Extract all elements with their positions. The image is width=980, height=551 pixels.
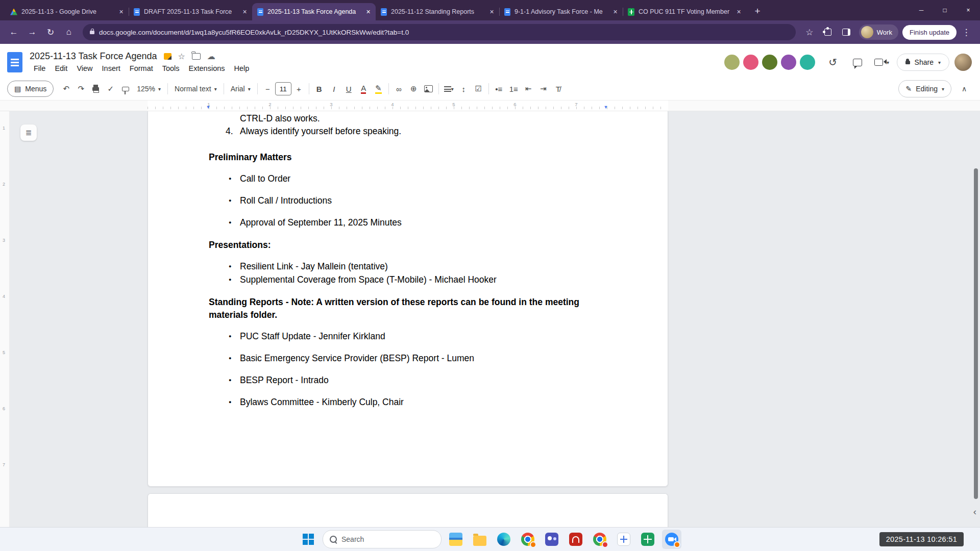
show-outline-button[interactable]: ≣ xyxy=(20,124,37,141)
italic-button[interactable]: I xyxy=(327,81,341,96)
menu-view[interactable]: View xyxy=(72,63,96,73)
video-dropdown-icon[interactable]: ▾ xyxy=(887,60,889,65)
tab-advisory-task-force[interactable]: 9-1-1 Advisory Task Force - Me × xyxy=(499,3,623,20)
undo-button[interactable]: ↶ xyxy=(59,81,74,96)
collaborator-avatar[interactable] xyxy=(800,55,815,70)
font-select[interactable]: Arial ▾ xyxy=(227,81,255,96)
calculator-button[interactable] xyxy=(614,530,633,549)
tab-close-icon[interactable]: × xyxy=(240,8,249,16)
comments-icon[interactable] xyxy=(848,53,867,72)
star-document-icon[interactable]: ☆ xyxy=(178,53,185,61)
menu-insert[interactable]: Insert xyxy=(98,63,125,73)
edge-button[interactable] xyxy=(494,530,513,549)
tab-google-drive[interactable]: 2025-11-13 - Google Drive × xyxy=(5,3,129,20)
extensions-icon[interactable] xyxy=(819,23,837,41)
chrome-button[interactable] xyxy=(518,530,537,549)
print-button[interactable] xyxy=(88,81,103,96)
browser-profile-chip[interactable]: Work xyxy=(859,24,898,40)
menu-extensions[interactable]: Extensions xyxy=(185,63,229,73)
spellcheck-button[interactable]: ✓ xyxy=(103,81,118,96)
start-button[interactable] xyxy=(299,530,318,549)
share-dropdown-icon[interactable]: ▾ xyxy=(938,60,941,65)
font-size-decrease-button[interactable]: − xyxy=(260,81,275,96)
forward-button[interactable]: → xyxy=(23,23,41,41)
bookmark-star-icon[interactable]: ☆ xyxy=(801,23,818,41)
vertical-scrollbar[interactable] xyxy=(974,168,978,499)
new-tab-button[interactable]: + xyxy=(750,4,765,18)
collaborator-avatar[interactable] xyxy=(762,55,777,70)
move-folder-icon[interactable] xyxy=(192,53,201,60)
collaborator-avatar[interactable] xyxy=(781,55,796,70)
reload-button[interactable]: ↻ xyxy=(42,23,59,41)
styles-select[interactable]: Normal text ▾ xyxy=(170,81,221,96)
tab-close-icon[interactable]: × xyxy=(364,8,373,16)
zoom-button[interactable] xyxy=(662,530,681,549)
address-bar[interactable]: docs.google.com/document/d/1wq1a8ycu5fR6… xyxy=(83,24,796,40)
editing-mode-select[interactable]: ✎ Editing ▾ xyxy=(898,80,951,97)
collaborator-avatar[interactable] xyxy=(743,55,758,70)
tab-task-force-agenda-active[interactable]: 2025-11-13 Task Force Agenda × xyxy=(252,3,376,20)
folder-button[interactable] xyxy=(470,530,489,549)
zoom-select[interactable]: 125% ▾ xyxy=(133,81,165,96)
close-button[interactable]: × xyxy=(957,0,980,20)
browser-profile-button[interactable] xyxy=(590,530,609,549)
left-indent-marker[interactable]: ▼ xyxy=(206,105,211,110)
decrease-indent-button[interactable]: ⇤ xyxy=(521,81,536,96)
acrobat-button[interactable] xyxy=(566,530,585,549)
side-panel-icon[interactable] xyxy=(838,23,855,41)
menu-format[interactable]: Format xyxy=(126,63,157,73)
paint-format-button[interactable] xyxy=(118,81,133,96)
taskbar-search-box[interactable]: Search xyxy=(323,530,442,548)
label-badge-icon[interactable] xyxy=(164,53,172,60)
site-info-lock-icon[interactable] xyxy=(90,31,94,34)
tab-draft-agenda[interactable]: DRAFT 2025-11-13 Task Force × xyxy=(129,3,252,20)
menu-tools[interactable]: Tools xyxy=(158,63,184,73)
share-button[interactable]: Share ▾ xyxy=(897,54,949,71)
tab-close-icon[interactable]: × xyxy=(117,8,126,16)
font-size-increase-button[interactable]: + xyxy=(291,81,306,96)
highlight-button[interactable]: ✎ xyxy=(371,81,386,96)
account-avatar[interactable] xyxy=(954,54,972,71)
version-history-icon[interactable]: ↺ xyxy=(823,53,843,72)
insert-link-button[interactable]: ∞ xyxy=(391,81,406,96)
docs-app-icon[interactable] xyxy=(7,52,22,72)
bulleted-list-button[interactable]: •≡ xyxy=(492,81,506,96)
tab-voting-members-sheet[interactable]: CO PUC 911 TF Voting Member × xyxy=(623,3,746,20)
collaborator-avatar[interactable] xyxy=(724,55,740,70)
finish-update-button[interactable]: Finish update xyxy=(902,25,957,40)
underline-button[interactable]: U xyxy=(341,81,356,96)
redo-button[interactable]: ↷ xyxy=(74,81,88,96)
increase-indent-button[interactable]: ⇥ xyxy=(536,81,551,96)
insert-image-button[interactable] xyxy=(421,81,436,96)
video-call-button[interactable]: ▾ xyxy=(872,53,892,72)
horizontal-ruler[interactable]: 1 2 3 4 5 6 7 ▼ ▼ xyxy=(0,101,980,111)
collapse-side-panel-icon[interactable]: ‹ xyxy=(973,506,976,517)
back-button[interactable]: ← xyxy=(5,23,22,41)
font-size-input[interactable] xyxy=(275,82,291,95)
teams-button[interactable] xyxy=(542,530,561,549)
menus-button[interactable]: ▤ Menus xyxy=(7,81,54,97)
tab-standing-reports[interactable]: 2025-11-12 Standing Reports × xyxy=(376,3,499,20)
menu-edit[interactable]: Edit xyxy=(51,63,71,73)
clear-formatting-button[interactable]: T̸ xyxy=(551,81,566,96)
minimize-button[interactable]: ─ xyxy=(910,0,933,20)
browser-menu-icon[interactable]: ⋮ xyxy=(958,23,975,41)
document-title[interactable]: 2025-11-13 Task Force Agenda xyxy=(30,51,157,62)
checklist-button[interactable]: ☑ xyxy=(471,81,486,96)
menu-file[interactable]: File xyxy=(30,63,50,73)
tab-close-icon[interactable]: × xyxy=(487,8,496,16)
file-explorer-button[interactable] xyxy=(446,530,465,549)
menu-help[interactable]: Help xyxy=(230,63,254,73)
align-button[interactable]: ▾ xyxy=(442,81,456,96)
document-page[interactable]: CTRL-D also works. 4. Always identify yo… xyxy=(148,111,668,487)
bold-button[interactable]: B xyxy=(312,81,327,96)
right-indent-marker[interactable]: ▼ xyxy=(604,105,608,110)
insert-comment-button[interactable]: ⊕ xyxy=(406,81,421,96)
vertical-ruler[interactable]: 1 2 3 4 5 6 7 xyxy=(0,111,10,529)
tab-close-icon[interactable]: × xyxy=(734,8,743,16)
maximize-button[interactable]: □ xyxy=(933,0,957,20)
document-next-page[interactable] xyxy=(148,493,668,529)
home-button[interactable]: ⌂ xyxy=(60,23,78,41)
numbered-list-button[interactable]: 1≡ xyxy=(506,81,521,96)
hide-menus-button[interactable]: ∧ xyxy=(955,80,973,97)
